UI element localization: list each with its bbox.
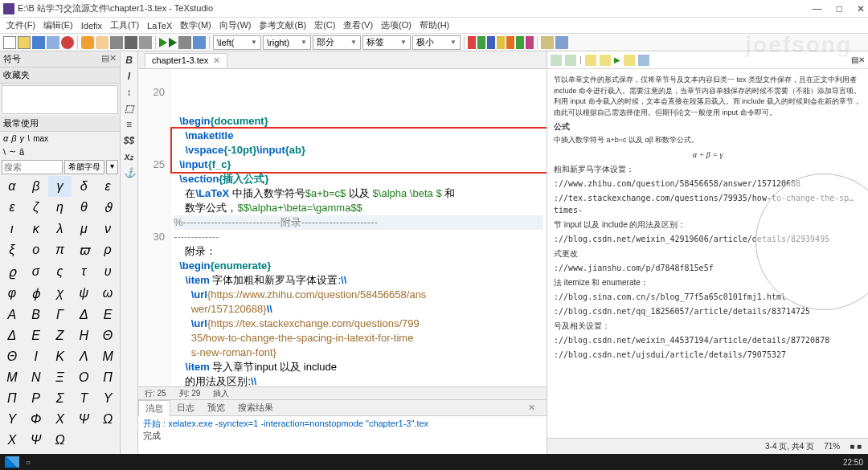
menu-bib[interactable]: 参考文献(B) — [256, 19, 309, 31]
pv-menu-icon[interactable]: ▤✕ — [851, 55, 865, 64]
symbol-cell[interactable]: Ω — [48, 430, 72, 451]
stop-icon[interactable] — [178, 36, 191, 49]
symbol-cell[interactable]: ι — [0, 219, 24, 239]
symbol-cell[interactable]: χ — [48, 283, 72, 304]
code-content[interactable]: \begin{document} \maketitle \vspace{-10p… — [170, 69, 547, 386]
symbol-cell[interactable]: Σ — [48, 388, 72, 409]
menu-edit[interactable]: 编辑(E) — [40, 19, 76, 31]
symbol-cell[interactable]: Π — [0, 388, 24, 409]
symbol-cell[interactable]: ε — [96, 176, 120, 197]
symbol-cell[interactable]: β — [24, 176, 48, 197]
symbol-cell[interactable]: Ξ — [48, 367, 72, 388]
symbol-cell[interactable]: τ — [72, 261, 96, 283]
panel-close-icon[interactable]: ▤✕ — [101, 53, 117, 65]
em-icon[interactable]: ↕ — [124, 87, 135, 98]
tab-preview[interactable]: 预览 — [201, 400, 231, 415]
symbol-cell[interactable]: θ — [72, 197, 96, 219]
compile-icon[interactable] — [169, 38, 177, 47]
hl-green-icon[interactable] — [477, 36, 485, 49]
pv-fwd-icon[interactable] — [565, 55, 576, 66]
tab-close-icon[interactable]: ✕ — [213, 55, 220, 66]
symbol-cell[interactable]: ρ — [96, 239, 120, 261]
menu-tools[interactable]: 工具(T) — [107, 19, 142, 31]
menu-help[interactable]: 帮助(H) — [416, 19, 452, 31]
view-icon[interactable] — [193, 36, 206, 49]
copy-icon[interactable] — [125, 36, 137, 49]
close-button[interactable]: ✕ — [857, 3, 865, 14]
symbol-cell[interactable]: E — [96, 304, 120, 325]
symbol-cell[interactable]: Ψ — [72, 409, 96, 430]
view-mode-icon[interactable]: ■ ■ — [850, 442, 862, 451]
undo-icon[interactable] — [81, 36, 94, 49]
menu-math[interactable]: 数学(M) — [177, 19, 215, 31]
symbol-cell[interactable]: κ — [24, 219, 48, 239]
symbol-cell[interactable]: Φ — [24, 409, 48, 430]
pv-back-icon[interactable] — [551, 55, 562, 66]
redo-icon[interactable] — [96, 36, 108, 49]
symbol-cell[interactable]: ϱ — [0, 261, 24, 283]
menu-wizard[interactable]: 向导(W) — [216, 19, 255, 31]
symbol-cell[interactable]: ζ — [24, 197, 48, 219]
hl-red-icon[interactable] — [468, 36, 476, 49]
new-icon[interactable] — [3, 36, 16, 49]
part-combo[interactable]: 部分▼ — [313, 35, 361, 50]
file-tab[interactable]: chapter1-3.tex ✕ — [145, 53, 227, 67]
sym-max[interactable]: max — [33, 134, 48, 143]
symbol-cell[interactable]: α — [0, 176, 24, 197]
symbol-cell[interactable]: Θ — [96, 325, 120, 346]
sym-backslash[interactable]: \ — [27, 133, 30, 143]
symbol-cell[interactable]: Δ — [72, 304, 96, 325]
symbol-cell[interactable]: N — [24, 367, 48, 388]
symbol-cell[interactable]: Υ — [0, 409, 24, 430]
symbol-cell[interactable]: E — [24, 325, 48, 346]
symbol-cell[interactable]: H — [72, 325, 96, 346]
search-taskbar-icon[interactable]: ○ — [26, 458, 31, 467]
tab-search[interactable]: 搜索结果 — [231, 400, 280, 415]
open-icon[interactable] — [18, 36, 31, 49]
symbol-cell[interactable]: υ — [96, 261, 120, 283]
sym-atilde[interactable]: ã — [19, 147, 24, 157]
hl-green2-icon[interactable] — [516, 36, 524, 49]
bottom-close-icon[interactable]: ✕ — [522, 401, 542, 415]
search-dropdown-icon[interactable]: ▾ — [106, 160, 118, 174]
symbol-cell[interactable]: φ — [0, 283, 24, 304]
menu-view[interactable]: 查看(V) — [340, 19, 376, 31]
italic-icon[interactable]: I — [124, 71, 135, 82]
save-all-icon[interactable] — [47, 36, 59, 49]
symbol-cell[interactable]: ψ — [72, 283, 96, 304]
symbol-cell[interactable]: X — [48, 409, 72, 430]
inline-math-icon[interactable]: $$ — [124, 135, 135, 146]
symbol-cell[interactable]: π — [48, 239, 72, 261]
hl-orange-icon[interactable] — [506, 36, 514, 49]
most-used-label[interactable]: 最常使用 — [0, 116, 120, 132]
cut-icon[interactable] — [110, 36, 123, 49]
symbol-cell[interactable]: δ — [72, 176, 96, 197]
tab-messages[interactable]: 消息 — [138, 400, 170, 416]
close-doc-icon[interactable] — [61, 36, 74, 49]
menu-macro[interactable]: 宏(C) — [311, 19, 338, 31]
symbol-cell[interactable]: B — [24, 304, 48, 325]
symbol-cell[interactable]: A — [0, 304, 24, 325]
symbol-cell[interactable]: ε — [0, 197, 24, 219]
center-icon[interactable]: ≡ — [124, 119, 135, 130]
sym-alpha[interactable]: α — [3, 133, 8, 143]
pv-prev-icon[interactable] — [600, 55, 611, 66]
sym-beta[interactable]: β — [11, 133, 16, 143]
hl-blue-icon[interactable] — [487, 36, 495, 49]
symbol-cell[interactable]: I — [24, 346, 48, 367]
tab-log[interactable]: 日志 — [170, 400, 201, 415]
hl-yellow-icon[interactable] — [497, 36, 505, 49]
symbol-cell[interactable]: K — [48, 346, 72, 367]
size-combo[interactable]: 极小▼ — [412, 35, 461, 50]
paste-icon[interactable] — [139, 36, 152, 49]
maximize-button[interactable]: □ — [837, 3, 842, 14]
start-icon[interactable] — [5, 456, 19, 468]
sym-tilde[interactable]: ∼ — [9, 146, 16, 157]
symbol-cell[interactable]: ν — [96, 219, 120, 239]
pv-first-icon[interactable] — [585, 55, 596, 66]
hl-pink-icon[interactable] — [526, 36, 534, 49]
minimize-button[interactable]: — — [813, 3, 822, 14]
save-icon[interactable] — [32, 36, 45, 49]
tool-icon[interactable] — [541, 36, 554, 49]
bold-icon[interactable]: B — [124, 55, 135, 66]
